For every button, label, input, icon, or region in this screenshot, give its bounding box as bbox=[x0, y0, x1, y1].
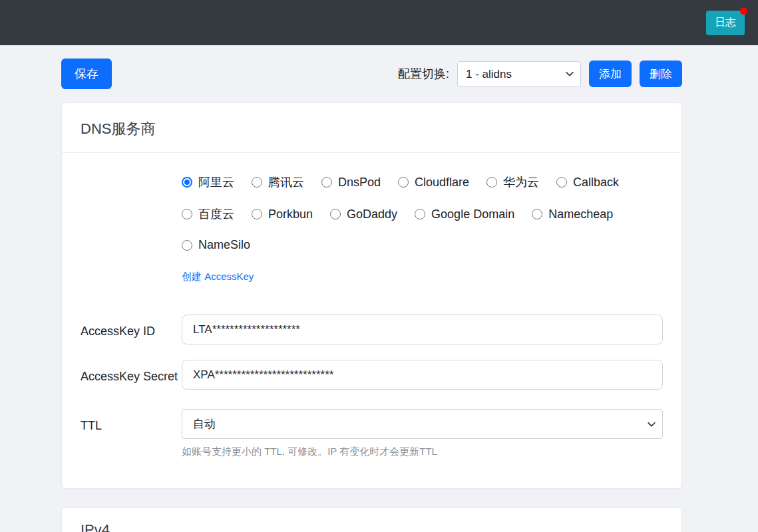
radio-label: NameSilo bbox=[198, 238, 250, 252]
radio-label: GoDaddy bbox=[347, 207, 397, 221]
ttl-field-wrap: 自动 如账号支持更小的 TTL, 可修改。IP 有变化时才会更新TTL bbox=[182, 409, 663, 458]
radio-icon bbox=[321, 177, 332, 188]
radio-icon bbox=[556, 177, 567, 188]
config-switcher: 配置切换: 1 - alidns 添加 删除 bbox=[398, 61, 682, 87]
spacer bbox=[182, 283, 663, 299]
radio-icon bbox=[252, 177, 262, 188]
save-button[interactable]: 保存 bbox=[61, 59, 112, 89]
provider-radio-row-3: NameSilo bbox=[182, 238, 663, 252]
radio-icon bbox=[252, 209, 262, 219]
radio-label: Cloudflare bbox=[415, 176, 469, 190]
radio-provider-alidns[interactable]: 阿里云 bbox=[182, 174, 234, 190]
radio-provider-cloudflare[interactable]: Cloudflare bbox=[398, 174, 469, 190]
radio-provider-namesilo[interactable]: NameSilo bbox=[182, 238, 250, 252]
delete-config-button[interactable]: 删除 bbox=[640, 61, 682, 87]
radio-provider-huawei[interactable]: 华为云 bbox=[486, 174, 539, 190]
radio-label: Namecheap bbox=[548, 207, 613, 221]
config-select-wrap: 1 - alidns bbox=[457, 61, 581, 87]
radio-label: 腾讯云 bbox=[268, 174, 304, 190]
accesskey-id-input[interactable] bbox=[182, 315, 663, 344]
radio-icon bbox=[532, 209, 542, 219]
create-accesskey-link[interactable]: 创建 AccessKey bbox=[182, 271, 254, 283]
radio-provider-callback[interactable]: Callback bbox=[556, 174, 619, 190]
config-select[interactable]: 1 - alidns bbox=[457, 61, 581, 87]
dns-card-title: DNS服务商 bbox=[62, 103, 681, 153]
provider-radio-row-1: 阿里云 腾讯云 DnsPod Cloudflare bbox=[182, 174, 663, 190]
radio-icon bbox=[486, 177, 497, 188]
radio-label: 华为云 bbox=[503, 174, 539, 190]
ttl-label: TTL bbox=[81, 409, 182, 436]
accesskey-secret-input[interactable] bbox=[182, 360, 663, 390]
radio-icon bbox=[415, 209, 425, 219]
config-switch-label: 配置切换: bbox=[398, 66, 449, 82]
ttl-select-wrap: 自动 bbox=[182, 409, 663, 439]
radio-provider-dnspod[interactable]: DnsPod bbox=[321, 174, 381, 190]
logs-button[interactable]: 日志 bbox=[706, 11, 745, 35]
radio-icon bbox=[398, 177, 409, 188]
accesskey-secret-row: AccessKey Secret bbox=[81, 360, 663, 390]
radio-provider-godaddy[interactable]: GoDaddy bbox=[330, 206, 397, 222]
radio-label: DnsPod bbox=[338, 176, 381, 190]
dns-card-body: 阿里云 腾讯云 DnsPod Cloudflare bbox=[62, 153, 681, 488]
radio-provider-google-domain[interactable]: Google Domain bbox=[415, 206, 514, 222]
provider-radio-group-row: 阿里云 腾讯云 DnsPod Cloudflare bbox=[81, 172, 663, 299]
radio-icon bbox=[182, 240, 192, 251]
notification-dot-badge bbox=[740, 7, 747, 15]
accesskey-id-row: AccessKey ID bbox=[81, 315, 663, 344]
radio-checked-icon bbox=[182, 177, 192, 188]
radio-provider-porkbun[interactable]: Porkbun bbox=[252, 206, 313, 222]
radio-provider-namecheap[interactable]: Namecheap bbox=[532, 206, 613, 222]
radio-provider-baidu[interactable]: 百度云 bbox=[182, 206, 234, 222]
ipv4-card: IPv4 bbox=[61, 507, 682, 532]
provider-radio-group: 阿里云 腾讯云 DnsPod Cloudflare bbox=[182, 172, 663, 299]
radio-label: Porkbun bbox=[268, 207, 313, 221]
add-config-button[interactable]: 添加 bbox=[589, 61, 632, 87]
ttl-select[interactable]: 自动 bbox=[182, 409, 663, 439]
radio-icon bbox=[182, 209, 192, 219]
ipv4-card-title: IPv4 bbox=[62, 508, 681, 532]
radio-icon bbox=[330, 209, 341, 219]
provider-label-spacer bbox=[81, 172, 182, 178]
ttl-row: TTL 自动 如账号支持更小的 TTL, 可修改。IP 有变化时才会更新TTL bbox=[81, 409, 663, 458]
accesskey-id-label: AccessKey ID bbox=[81, 315, 182, 341]
accesskey-secret-field-wrap bbox=[182, 360, 663, 390]
dns-provider-card: DNS服务商 阿里云 腾讯云 bbox=[61, 102, 682, 489]
radio-label: Callback bbox=[573, 176, 619, 190]
accesskey-secret-label: AccessKey Secret bbox=[81, 360, 182, 386]
radio-label: 百度云 bbox=[198, 206, 234, 222]
main-container: 保存 配置切换: 1 - alidns 添加 删除 DNS服务商 bbox=[61, 59, 682, 532]
radio-provider-tencent[interactable]: 腾讯云 bbox=[252, 174, 304, 190]
radio-label: 阿里云 bbox=[198, 174, 234, 190]
toolbar: 保存 配置切换: 1 - alidns 添加 删除 bbox=[61, 59, 682, 89]
provider-radio-row-2: 百度云 Porkbun GoDaddy Google Domain bbox=[182, 206, 663, 222]
accesskey-id-field-wrap bbox=[182, 315, 663, 344]
top-navbar: 日志 bbox=[0, 0, 758, 45]
ttl-help-text: 如账号支持更小的 TTL, 可修改。IP 有变化时才会更新TTL bbox=[182, 446, 663, 458]
radio-label: Google Domain bbox=[431, 207, 514, 221]
